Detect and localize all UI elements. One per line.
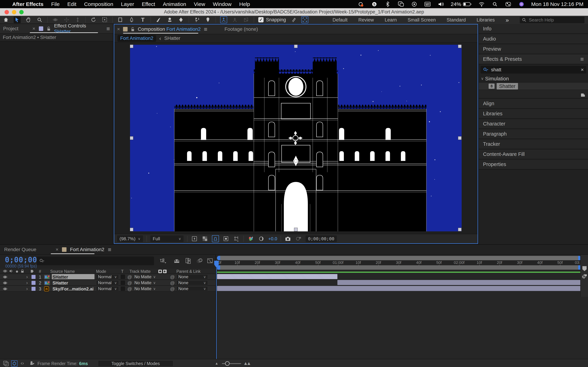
snapping-control[interactable]: ✓ Snapping [258, 17, 286, 23]
timeline-track-area[interactable]: 0:00f10f20f30f40f50f01:00f10f20f30f40f50… [216, 255, 588, 359]
work-area-bar[interactable] [217, 265, 581, 270]
navigator-start-handle[interactable] [217, 256, 220, 260]
workspace-tab-learn[interactable]: Learn [385, 17, 397, 23]
col-source-name[interactable]: Source Name [50, 269, 75, 274]
timeline-search-box[interactable] [37, 257, 154, 265]
puppet-pin-tool-icon[interactable] [204, 16, 211, 23]
parent-dropdown[interactable]: None∨ [176, 280, 208, 285]
rectangle-tool-icon[interactable] [117, 16, 124, 23]
view-axis-mode-icon[interactable] [242, 16, 250, 23]
screen-record-icon[interactable] [357, 1, 364, 8]
zoom-window-button[interactable] [19, 10, 24, 14]
workspace-tab-libraries[interactable]: Libraries [477, 17, 495, 23]
panel-header-info[interactable]: Info [479, 24, 588, 34]
parent-pickwhip-icon[interactable]: @ [170, 286, 175, 292]
menu-help[interactable]: Help [239, 1, 250, 7]
hide-shy-layers-icon[interactable] [173, 258, 180, 264]
orbit-camera-tool-icon[interactable] [52, 16, 59, 23]
screen-mirroring-icon[interactable] [398, 1, 404, 8]
panel-header-properties[interactable]: Properties [479, 159, 588, 170]
eye-icon[interactable] [3, 287, 7, 292]
matte-pickwhip-icon[interactable]: @ [127, 274, 132, 280]
layer-label-color[interactable] [32, 281, 35, 285]
transparency-grid-icon[interactable] [201, 235, 208, 242]
frame-blending-icon[interactable] [185, 258, 191, 265]
roto-brush-tool-icon[interactable] [193, 16, 200, 23]
selection-tool-icon[interactable] [14, 16, 21, 23]
eye-icon[interactable] [3, 281, 7, 286]
panel-header-content-aware-fill[interactable]: Content-Aware Fill [479, 150, 588, 159]
matte-pickwhip-icon[interactable]: @ [127, 280, 132, 286]
workspace-tab-small-screen[interactable]: Small Screen [407, 17, 436, 23]
menu-view[interactable]: View [194, 1, 205, 7]
snapping-checkbox[interactable]: ✓ [258, 17, 264, 22]
twirl-icon[interactable]: › [26, 280, 28, 285]
snapshot-icon[interactable] [285, 235, 292, 242]
panel-menu-icon[interactable]: ≡ [106, 25, 110, 32]
home-tool-icon[interactable] [2, 16, 9, 23]
close-tab-icon[interactable]: × [32, 26, 35, 32]
parent-dropdown[interactable]: None∨ [176, 286, 208, 291]
layer-row-1[interactable]: › 1 SHatter Normal∨ @ No Matte∨ @ None∨ [0, 274, 216, 280]
layer-row-2[interactable]: › 2 SHatter Normal∨ @ No Matte∨ @ None∨ [0, 280, 216, 285]
twirl-icon[interactable]: › [26, 274, 28, 280]
effects-category-simulation[interactable]: ∨ Simulation [479, 75, 588, 82]
menu-edit[interactable]: Edit [67, 1, 77, 7]
dolly-camera-tool-icon[interactable] [74, 16, 81, 23]
local-axis-mode-icon[interactable] [220, 16, 227, 23]
clear-search-icon[interactable]: × [581, 67, 584, 73]
close-window-button[interactable] [5, 10, 9, 14]
panel-header-align[interactable]: Align [479, 99, 588, 109]
breadcrumb-layer[interactable]: SHatter [164, 36, 181, 41]
playhead-line[interactable] [216, 260, 217, 359]
close-tab-icon[interactable]: × [56, 247, 59, 252]
selected-name-cell[interactable]: SHatter [52, 274, 95, 279]
workspace-tab-review[interactable]: Review [358, 17, 374, 23]
tab-timeline-comp[interactable]: Fort Animation2 [70, 247, 104, 252]
bluetooth-icon[interactable] [384, 1, 391, 8]
graph-editor-icon[interactable] [207, 258, 213, 265]
time-ruler[interactable]: 0:00f10f20f30f40f50f01:00f10f20f30f40f50… [217, 260, 588, 265]
col-track-matte[interactable]: Track Matte [130, 269, 151, 274]
effects-search-box[interactable]: × [481, 66, 586, 74]
composition-viewer[interactable] [114, 43, 478, 234]
mode-dropdown[interactable]: Normal∨ [96, 274, 119, 279]
parent-dropdown[interactable]: None∨ [176, 274, 208, 279]
color-management-icon[interactable] [258, 235, 265, 242]
col-parent-link[interactable]: Parent & Link [176, 269, 200, 274]
draft-3d-toggle-icon[interactable] [29, 361, 35, 367]
comp-marker-bin-icon[interactable] [582, 266, 587, 272]
live-update-toggle-icon[interactable] [11, 360, 17, 367]
tab-project[interactable]: Project [3, 26, 18, 32]
help-search-box[interactable] [520, 17, 585, 23]
menu-effect[interactable]: Effect [142, 1, 155, 7]
region-of-interest-icon[interactable] [222, 235, 229, 242]
frame-blending-toggle-icon[interactable] [3, 361, 9, 367]
layer-name[interactable]: Sky/For...mation2.ai [52, 286, 94, 292]
menu-file[interactable]: File [51, 1, 60, 7]
show-snapshot-icon[interactable] [295, 235, 302, 242]
new-preset-icon[interactable] [580, 92, 586, 97]
magnification-dropdown[interactable]: (98.7%)∨ [117, 235, 143, 242]
layer-label-color[interactable] [32, 287, 35, 291]
control-center-icon[interactable] [505, 1, 512, 8]
zoom-out-mountain-icon[interactable]: ▲ [215, 361, 218, 366]
track-matte-dropdown[interactable]: No Matte∨ [133, 280, 157, 285]
siri-icon[interactable] [518, 1, 525, 8]
shazam-icon[interactable]: S [371, 1, 378, 8]
pen-tool-icon[interactable] [128, 16, 135, 23]
tab-footage[interactable]: Footage (none) [225, 26, 258, 32]
brackets-toggle-icon[interactable]: ‹› [21, 360, 24, 366]
panel-menu-icon[interactable]: ≡ [204, 26, 207, 33]
volume-icon[interactable] [437, 1, 444, 8]
timeline-zoom-slider-handle[interactable] [225, 361, 230, 366]
layer-2-duration-bar[interactable] [337, 280, 580, 285]
col-t[interactable]: T [121, 269, 123, 274]
col-mode[interactable]: Mode [96, 269, 106, 274]
preserve-transparency-checkbox[interactable] [121, 281, 125, 285]
comp-marker-icon[interactable] [581, 273, 588, 279]
zoom-tool-icon[interactable] [36, 16, 43, 23]
world-axis-mode-icon[interactable] [231, 16, 238, 23]
panel-header-preview[interactable]: Preview [479, 44, 588, 54]
mask-visibility-icon[interactable] [212, 235, 219, 242]
